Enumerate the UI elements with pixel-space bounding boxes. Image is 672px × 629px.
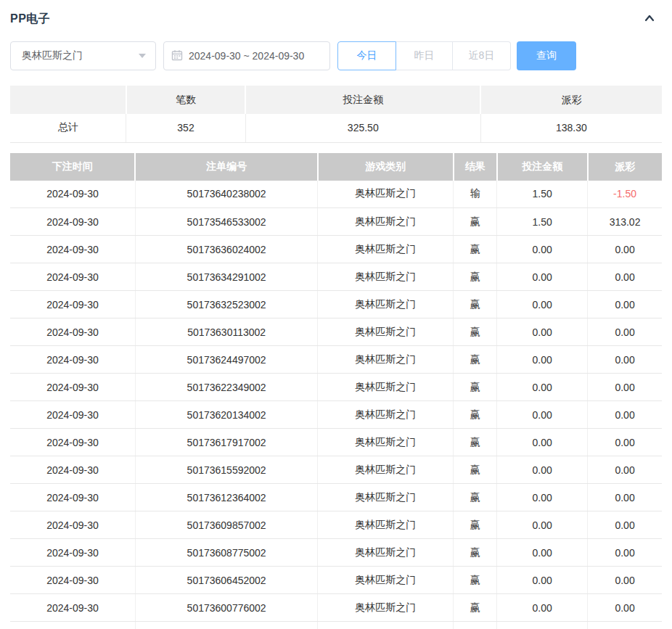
order-number-cell: 50173617917002 [135,429,317,456]
payout-cell: 0.00 [588,401,662,429]
result-cell: 赢 [454,511,497,539]
game-category-cell: 奥林匹斯之门 [318,208,454,236]
payout-cell: 0.00 [588,594,662,622]
order-number-cell: 50173630113002 [135,318,317,346]
date-range-value: 2024-09-30 ~ 2024-09-30 [189,50,304,62]
result-cell: 赢 [454,346,497,374]
bet-amount-cell: 0.00 [497,346,588,374]
summary-table: 笔数 投注金额 派彩 总计 352 325.50 138.30 [10,86,662,143]
game-category-cell: 奥林匹斯之门 [318,374,454,401]
bet-amount-cell: 0.00 [497,291,588,318]
bet-time-cell: 2024-09-30 [10,484,135,511]
bet-time-cell: 2024-09-30 [10,594,135,622]
bet-records-table: 下注时间 注单编号 游戏类别 结果 投注金额 派彩 2024-09-305017… [10,153,662,629]
bet-amount-cell: 0.00 [497,511,588,539]
table-row: 2024-09-3050173608775002奥林匹斯之门赢0.000.00 [10,539,662,567]
game-category-cell: 奥林匹斯之门 [318,456,454,484]
table-row: 2024-09-3050173632523002奥林匹斯之门赢0.000.00 [10,291,662,318]
game-select[interactable]: 奥林匹斯之门 [10,41,156,70]
summary-header-bet-amount: 投注金额 [245,86,480,114]
order-number-cell [135,622,317,629]
summary-header-count: 笔数 [126,86,245,114]
game-category-cell: 奥林匹斯之门 [318,484,454,511]
bet-amount-cell: 0.00 [497,484,588,511]
payout-cell: 0.00 [588,567,662,594]
total-payout: 138.30 [480,114,662,142]
game-category-cell: 奥林匹斯之门 [318,594,454,622]
order-number-cell: 50173609857002 [135,511,317,539]
pp-electronic-panel: PP电子 奥林匹斯之门 [0,0,672,629]
query-button[interactable]: 查询 [517,41,576,70]
game-category-cell [318,622,454,629]
bet-amount-cell: 0.00 [497,594,588,622]
collapse-button[interactable] [643,13,662,26]
bet-time-cell: 2024-09-30 [10,291,135,318]
game-category-cell: 奥林匹斯之门 [318,511,454,539]
header-bet-amount: 投注金额 [497,153,588,181]
table-row: 2024-09-3050173612364002奥林匹斯之门赢0.000.00 [10,484,662,511]
bet-amount-cell: 0.00 [497,318,588,346]
result-cell [454,622,497,629]
table-row: 2024-09-3050173640238002奥林匹斯之门输1.50-1.50 [10,181,662,208]
payout-cell: 0.00 [588,374,662,401]
summary-header-payout: 派彩 [480,86,662,114]
bet-amount-cell: 0.00 [497,539,588,567]
table-row: 2024-09-3050173609857002奥林匹斯之门赢0.000.00 [10,511,662,539]
table-row: 2024-09-3050173606452002奥林匹斯之门赢0.000.00 [10,567,662,594]
payout-cell: -1.50 [588,181,662,208]
chevron-down-icon [139,54,146,58]
game-category-cell: 奥林匹斯之门 [318,291,454,318]
quick-date-button-group: 今日 昨日 近8日 [337,41,511,70]
summary-header-empty [10,86,126,114]
date-range-picker[interactable]: 2024-09-30 ~ 2024-09-30 [163,41,330,70]
payout-cell: 0.00 [588,429,662,456]
summary-total-row: 总计 352 325.50 138.30 [10,114,662,142]
bet-amount-cell: 0.00 [497,263,588,291]
result-cell: 赢 [454,318,497,346]
bet-amount-cell: 0.00 [497,401,588,429]
game-category-cell: 奥林匹斯之门 [318,567,454,594]
panel-header: PP电子 [10,0,662,27]
payout-cell: 0.00 [588,511,662,539]
result-cell: 赢 [454,567,497,594]
payout-cell: 0.00 [588,484,662,511]
bet-time-cell: 2024-09-30 [10,539,135,567]
result-cell: 赢 [454,484,497,511]
bet-table-header-row: 下注时间 注单编号 游戏类别 结果 投注金额 派彩 [10,153,662,181]
game-select-value: 奥林匹斯之门 [22,49,83,62]
yesterday-button[interactable]: 昨日 [396,41,453,70]
bet-amount-cell: 0.00 [497,236,588,263]
result-cell: 赢 [454,236,497,263]
payout-cell [588,622,662,629]
table-row: 2024-09-3050173620134002奥林匹斯之门赢0.000.00 [10,401,662,429]
bet-time-cell: 2024-09-30 [10,511,135,539]
bet-table-body: 2024-09-3050173640238002奥林匹斯之门输1.50-1.50… [10,181,662,629]
order-number-cell: 50173615592002 [135,456,317,484]
result-cell: 赢 [454,456,497,484]
table-row: 2024-09-3050173624497002奥林匹斯之门赢0.000.00 [10,346,662,374]
total-label: 总计 [10,114,126,142]
game-category-cell: 奥林匹斯之门 [318,318,454,346]
bet-time-cell: 2024-09-30 [10,263,135,291]
table-row: 2024-09-3050173617917002奥林匹斯之门赢0.000.00 [10,429,662,456]
game-category-cell: 奥林匹斯之门 [318,539,454,567]
order-number-cell: 50173634291002 [135,263,317,291]
header-game-category: 游戏类别 [318,153,454,181]
header-payout: 派彩 [588,153,662,181]
bet-amount-cell: 0.00 [497,374,588,401]
payout-cell: 0.00 [588,318,662,346]
last-8-days-button[interactable]: 近8日 [453,41,511,70]
order-number-cell: 50173636024002 [135,236,317,263]
total-bet-amount: 325.50 [245,114,480,142]
header-order-number: 注单编号 [135,153,317,181]
bet-time-cell: 2024-09-30 [10,456,135,484]
table-row: 2024-09-3050173600776002奥林匹斯之门赢0.000.00 [10,594,662,622]
result-cell: 赢 [454,539,497,567]
bet-time-cell: 2024-09-30 [10,567,135,594]
today-button[interactable]: 今日 [337,41,396,70]
page-title: PP电子 [10,12,50,27]
result-cell: 赢 [454,263,497,291]
payout-cell: 0.00 [588,456,662,484]
bet-time-cell: 2024-09-30 [10,429,135,456]
header-result: 结果 [454,153,497,181]
